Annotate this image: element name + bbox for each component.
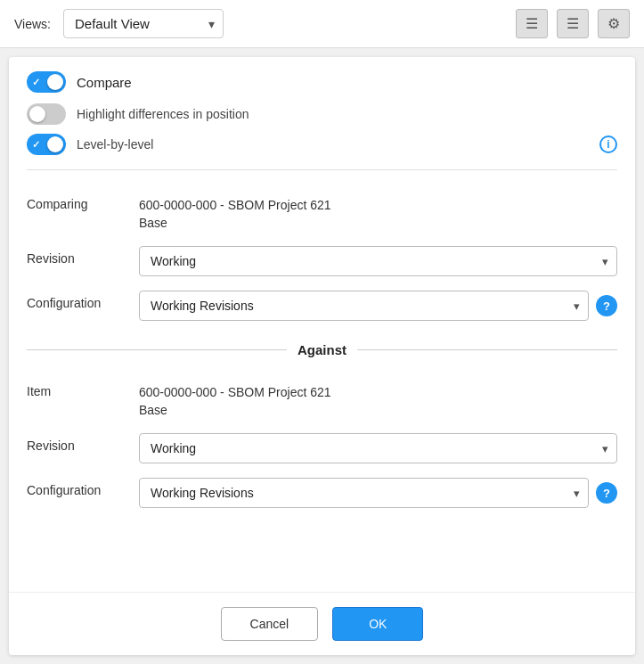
comparing-label: Comparing	[27, 192, 125, 211]
views-select[interactable]: Default View Custom View 1 Custom View 2	[63, 9, 224, 38]
highlight-toggle-thumb	[29, 106, 45, 122]
level-toggle[interactable]: ✓	[27, 134, 66, 155]
sub-options: ✓ Highlight differences in position ✓ Le…	[9, 100, 635, 162]
compare-label: Compare	[77, 75, 132, 90]
against-revision-select[interactable]: Working Released Draft	[139, 433, 617, 463]
list-view-button-1[interactable]: ☰	[516, 9, 548, 38]
dialog-container: Views: Default View Custom View 1 Custom…	[0, 0, 644, 664]
cancel-button[interactable]: Cancel	[221, 607, 319, 641]
comparing-item-line2: Base	[139, 216, 167, 230]
help-symbol: ?	[603, 299, 610, 313]
comparing-section: Comparing 600-0000-000 - SBOM Project 62…	[9, 177, 635, 335]
against-help-symbol: ?	[603, 487, 610, 500]
gear-button[interactable]: ⚙	[598, 9, 630, 38]
comparing-revision-row: Revision Working Released Draft ▾	[27, 239, 617, 283]
against-item-line1: 600-0000-000 - SBOM Project 621	[139, 385, 331, 399]
dialog-footer: Cancel OK	[9, 592, 635, 655]
comparing-config-select[interactable]: Working Revisions Released Custom	[139, 291, 589, 321]
compare-toggle-track: ✓	[27, 71, 66, 93]
checkmark-icon: ✓	[32, 77, 40, 88]
compare-panel: ✓ Compare ✓ Highlight differences in pos…	[9, 57, 635, 655]
against-label: Against	[298, 342, 346, 357]
comparing-row: Comparing 600-0000-000 - SBOM Project 62…	[27, 184, 617, 239]
list-view-icon-2: ☰	[567, 15, 579, 32]
against-item-row: Item 600-0000-000 - SBOM Project 621 Bas…	[27, 372, 617, 426]
against-item-value: 600-0000-000 - SBOM Project 621 Base	[139, 379, 617, 419]
against-config-select-wrapper: Working Revisions Released Custom ▾	[139, 478, 589, 508]
list-view-button-2[interactable]: ☰	[557, 9, 589, 38]
list-view-icon-1: ☰	[526, 15, 538, 32]
against-revision-label: Revision	[27, 433, 125, 453]
against-item-line2: Base	[139, 403, 167, 417]
level-row: ✓ Level-by-level i	[27, 134, 617, 155]
ok-button[interactable]: OK	[332, 607, 423, 641]
compare-toggle[interactable]: ✓	[27, 71, 66, 93]
level-toggle-thumb	[47, 136, 63, 152]
views-select-wrapper: Default View Custom View 1 Custom View 2…	[63, 9, 224, 38]
level-label: Level-by-level	[77, 137, 153, 152]
against-config-select[interactable]: Working Revisions Released Custom	[139, 478, 589, 508]
against-config-help-icon[interactable]: ?	[596, 482, 617, 504]
views-label: Views:	[14, 17, 51, 31]
level-info-icon[interactable]: i	[599, 135, 617, 153]
comparing-revision-label: Revision	[27, 246, 125, 266]
gear-icon: ⚙	[607, 15, 620, 32]
toolbar: Views: Default View Custom View 1 Custom…	[0, 0, 644, 48]
comparing-config-label: Configuration	[27, 291, 125, 310]
against-line-right	[357, 349, 617, 350]
against-config-label: Configuration	[27, 478, 125, 497]
compare-row: ✓ Compare	[9, 57, 635, 100]
against-item-label: Item	[27, 379, 125, 398]
toggle-thumb	[47, 74, 63, 90]
highlight-toggle[interactable]: ✓	[27, 103, 66, 125]
comparing-config-help-icon[interactable]: ?	[596, 295, 617, 316]
highlight-toggle-track: ✓	[27, 103, 66, 125]
level-checkmark-icon: ✓	[32, 139, 40, 151]
comparing-config-select-wrapper: Working Revisions Released Custom ▾	[139, 291, 589, 321]
comparing-divider	[27, 169, 617, 170]
against-config-row: Configuration Working Revisions Released…	[27, 471, 617, 515]
comparing-config-row: Configuration Working Revisions Released…	[27, 283, 617, 328]
against-section: Item 600-0000-000 - SBOM Project 621 Bas…	[9, 365, 635, 522]
comparing-revision-select-wrapper: Working Released Draft ▾	[139, 246, 617, 276]
highlight-row: ✓ Highlight differences in position	[27, 103, 617, 125]
comparing-value: 600-0000-000 - SBOM Project 621 Base	[139, 192, 617, 232]
against-revision-select-wrapper: Working Released Draft ▾	[139, 433, 617, 463]
comparing-revision-select[interactable]: Working Released Draft	[139, 246, 617, 276]
against-line-left	[27, 349, 287, 350]
comparing-item-line1: 600-0000-000 - SBOM Project 621	[139, 198, 331, 212]
info-symbol: i	[607, 138, 609, 151]
level-toggle-track: ✓	[27, 134, 66, 155]
against-revision-row: Revision Working Released Draft ▾	[27, 426, 617, 471]
highlight-label: Highlight differences in position	[77, 107, 249, 121]
against-divider-row: Against	[9, 335, 635, 365]
